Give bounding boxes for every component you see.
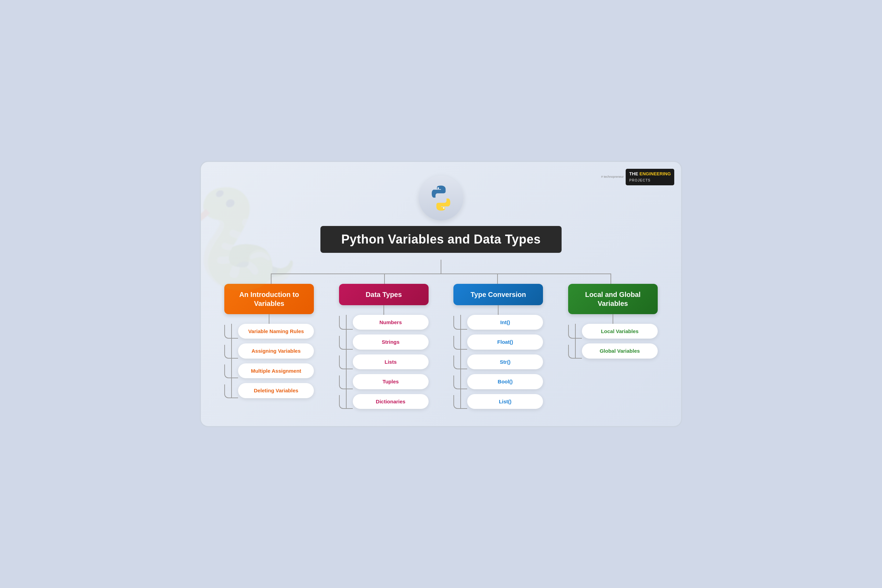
hook-3-3 <box>453 356 467 369</box>
cat-box-intro: An Introduction toVariables <box>224 284 314 314</box>
list-item: Local Variables <box>568 324 658 339</box>
hook-2-2 <box>339 336 353 350</box>
list-item: Float() <box>453 334 543 350</box>
sub-chip-global: Global Variables <box>582 344 658 358</box>
sub-chip-strings: Strings <box>353 334 429 350</box>
list-item: Tuples <box>339 374 429 389</box>
sub-chip-deleting: Deleting Variables <box>238 383 314 398</box>
header: Python Variables and Data Types <box>214 176 668 253</box>
sub-chip-dictionaries: Dictionaries <box>353 394 429 409</box>
cat-v-line-1 <box>269 314 269 324</box>
brand-logo-box: THE ENGINEERING PROJECTS <box>626 169 674 185</box>
main-title: Python Variables and Data Types <box>320 226 561 253</box>
sub-chip-str: Str() <box>467 354 543 370</box>
tree-connectors <box>214 260 668 284</box>
v-drop-1 <box>271 273 272 284</box>
list-item: Assigning Variables <box>224 344 314 358</box>
sub-items-localglob: Local Variables Global Variables <box>568 324 658 358</box>
sub-chip-list: List() <box>467 394 543 409</box>
sub-items-typeconv: Int() Float() Str() Bool() List() <box>453 315 543 409</box>
list-item: Numbers <box>339 315 429 330</box>
svg-point-0 <box>438 188 439 189</box>
sub-chip-int: Int() <box>467 315 543 330</box>
sub-chip-local: Local Variables <box>582 324 658 339</box>
hook-2-5 <box>339 395 353 409</box>
v-drop-4 <box>610 273 611 284</box>
sub-chip-tuples: Tuples <box>353 374 429 389</box>
list-item: Str() <box>453 354 543 370</box>
cat-v-line-3 <box>498 305 498 315</box>
brand-projects: PROJECTS <box>629 178 651 182</box>
cat-v-line-2 <box>384 305 384 315</box>
brand-text: # technopreneur <box>601 175 624 179</box>
hook-4-1 <box>568 325 582 339</box>
sub-chip-float: Float() <box>467 334 543 350</box>
v-drop-2 <box>384 273 385 284</box>
column-localglob: Local and Global Variables Local Variabl… <box>558 284 668 358</box>
column-typeconv: Type Conversion Int() Float() Str() <box>444 284 553 409</box>
cat-v-line-4 <box>613 314 613 324</box>
hook-1-2 <box>224 345 238 358</box>
list-item: Bool() <box>453 374 543 389</box>
h-line <box>271 273 611 274</box>
columns-container: An Introduction toVariables Variable Nam… <box>214 284 668 409</box>
sub-chip-variable-naming: Variable Naming Rules <box>238 324 314 339</box>
list-item: Multiple Assignment <box>224 363 314 379</box>
list-item: List() <box>453 394 543 409</box>
hook-1-1 <box>224 325 238 339</box>
list-item: Strings <box>339 334 429 350</box>
brand-badge: # technopreneur THE ENGINEERING PROJECTS <box>601 169 674 185</box>
python-icon-circle <box>418 176 464 220</box>
python-logo-svg <box>427 184 455 212</box>
list-item: Lists <box>339 354 429 370</box>
svg-point-1 <box>443 207 444 208</box>
sub-items-datatypes: Numbers Strings Lists Tuples Dictionarie… <box>339 315 429 409</box>
sub-chip-lists: Lists <box>353 354 429 370</box>
brand-the: THE <box>629 171 638 176</box>
cat-box-datatypes: Data Types <box>339 284 429 305</box>
list-item: Dictionaries <box>339 394 429 409</box>
column-intro: An Introduction toVariables Variable Nam… <box>214 284 324 398</box>
sub-chip-numbers: Numbers <box>353 315 429 330</box>
hook-2-4 <box>339 375 353 389</box>
hook-1-4 <box>224 384 238 398</box>
sub-items-intro: Variable Naming Rules Assigning Variable… <box>224 324 314 398</box>
main-card: 🐍 # technopreneur THE ENGINEERING PROJEC… <box>200 161 682 428</box>
hook-1-3 <box>224 364 238 378</box>
sub-chip-multiple: Multiple Assignment <box>238 363 314 379</box>
hook-4-2 <box>568 345 582 358</box>
hook-3-2 <box>453 336 467 350</box>
sub-chip-bool: Bool() <box>467 374 543 389</box>
hook-3-1 <box>453 316 467 330</box>
hook-3-4 <box>453 375 467 389</box>
hook-2-3 <box>339 356 353 369</box>
sub-chip-assigning: Assigning Variables <box>238 344 314 358</box>
list-item: Int() <box>453 315 543 330</box>
v-drop-3 <box>497 273 498 284</box>
cat-box-typeconv: Type Conversion <box>453 284 543 305</box>
hook-3-5 <box>453 395 467 409</box>
brand-name: ENGINEERING <box>639 171 671 176</box>
brand-hashtag: # technopreneur <box>601 175 624 179</box>
list-item: Deleting Variables <box>224 383 314 398</box>
hook-2-1 <box>339 316 353 330</box>
v-line-center <box>441 260 441 273</box>
list-item: Variable Naming Rules <box>224 324 314 339</box>
column-datatypes: Data Types Numbers Strings Lists <box>329 284 439 409</box>
list-item: Global Variables <box>568 344 658 358</box>
cat-box-localglob: Local and Global Variables <box>568 284 658 314</box>
